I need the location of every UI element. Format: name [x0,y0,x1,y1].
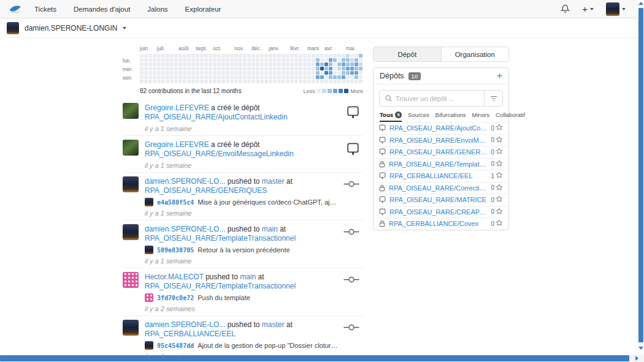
repo-link[interactable]: RPA_OISEAU_RARE/AjoutContactLinkedin [389,124,487,132]
horizontal-scroll-thumb[interactable] [0,355,629,361]
heatmap-cell [200,75,204,79]
feed-repo-link[interactable]: RPA_OISEAU_RARE/AjoutContactLinkedin [145,113,288,121]
nav-item-jalons[interactable]: Jalons [147,6,167,13]
repo-star-button[interactable]: 0 [491,219,503,228]
heatmap-cell [324,75,328,79]
repo-link[interactable]: RPA_OISEAU_RARE/CREAPAGECATALOGUE [389,208,487,216]
repo-link[interactable]: RPA_CERBALLIANCE/EEL [389,172,487,179]
feed-branch-link[interactable]: main [262,225,278,233]
filter-funnel-icon[interactable] [484,91,502,106]
repo-link[interactable]: RPA_OISEAU_RARE/EnvoiMessageLinkedin [389,137,487,144]
repo-star-button[interactable]: 0 [491,184,503,192]
heatmap-cell [170,62,174,66]
heatmap-month-label: sept. [196,45,207,51]
context-switcher[interactable]: damien.SPERONE-LONGIN [0,18,644,38]
repo-search-input[interactable] [394,94,484,103]
repo-link[interactable]: RPA_OISEAU_RARE/TemplateTransactionnel [389,160,487,168]
commit-hash-link[interactable]: 509e830705 [157,247,194,254]
repo-star-button[interactable]: 0 [491,208,503,216]
star-icon [496,184,503,192]
heatmap-cell [294,67,298,70]
vertical-scroll-thumb[interactable] [638,8,643,342]
vertical-scrollbar[interactable] [638,0,644,355]
heatmap-cell [307,58,311,62]
heatmap-cell [350,58,354,62]
feed-timestamp: il y a 1 semaine [145,125,339,132]
heatmap-cell [355,62,358,66]
commit-hash-link[interactable]: e4a580f5c4 [157,199,194,206]
horizontal-scrollbar[interactable] [0,355,644,362]
heatmap-month-label: févr. [290,45,300,51]
repo-star-button[interactable]: 0 [491,148,503,156]
feed-user-link[interactable]: damien.SPERONE-LO... [145,225,225,233]
nav-item-explorateur[interactable]: Explorateur [185,6,221,13]
feed-item-body: damien.SPERONE-LO... pushed to master at… [145,176,339,217]
repo-link[interactable]: RPA_OISEAU_RARE/CorrectionEmailChatGPT [389,184,487,192]
heatmap-cell [282,80,285,83]
heatmap-cell [243,54,247,58]
repo-filter-tous[interactable]: Tous9 [380,111,402,122]
notifications-bell-icon[interactable] [561,4,570,13]
heatmap-cell [290,80,294,83]
repo-filter-bifurcations[interactable]: Bifurcations [435,111,466,122]
feed-user-link[interactable]: Gregoire.LEFEVRE [145,104,209,112]
repo-filter-collaboratif[interactable]: Collaboratif [496,111,525,122]
heatmap-cell [342,54,345,58]
scroll-down-icon[interactable] [638,347,643,350]
feed-repo-link[interactable]: RPA_OISEAU_RARE/EnvoiMessageLinkedin [145,149,294,158]
feed-repo-link[interactable]: RPA_CERBALLIANCE/EEL [145,330,236,338]
app-logo-icon[interactable] [9,4,22,14]
heatmap-cell [320,58,324,62]
heatmap-cell [346,75,350,79]
heatmap-cell [294,54,298,58]
feed-repo-link[interactable]: RPA_OISEAU_RARE/TemplateTransactionnel [145,282,296,290]
feed-repo-link[interactable]: RPA_OISEAU_RARE/GENERIQUES [145,186,267,195]
repo-link[interactable]: RPA_OISEAU_RARE/GENERIQUES [389,148,487,156]
repo-row: RPA_OISEAU_RARE/CREAPAGECATALOGUE0 [374,206,508,218]
heatmap-cell [324,62,328,66]
commit-hash-link[interactable]: 3fd70c0e72 [157,295,194,301]
repo-star-button[interactable]: 1 [491,172,503,180]
scroll-right-icon[interactable] [635,356,638,361]
create-new-button[interactable]: + [582,4,594,14]
feed-user-link[interactable]: Hector.MALECOT [145,273,204,281]
add-repo-button[interactable]: + [497,72,502,80]
feed-user-link[interactable]: Gregoire.LEFEVRE [145,140,209,149]
tab-depot[interactable]: Dépôt [374,47,441,61]
contributions-count-text: 82 contributions in the last 12 months [140,88,242,94]
heatmap-cell [217,62,221,66]
feed-branch-link[interactable]: master [262,320,285,329]
feed-user-link[interactable]: damien.SPERONE-LO... [145,320,225,329]
repo-filter-miroirs[interactable]: Miroirs [472,111,490,122]
feed-user-link[interactable]: damien.SPERONE-LO... [145,177,225,186]
repo-star-button[interactable]: 0 [491,195,503,204]
nav-item-tickets[interactable]: Tickets [34,6,56,13]
scroll-up-icon[interactable] [638,2,643,5]
repo-star-count: 0 [491,137,494,143]
feed-item-main: Gregoire.LEFEVRE a créé le dépôt RPA_OIS… [123,140,339,169]
feed-commit-line: 509e830705Retour à la version précédente [145,246,339,254]
feed-branch-link[interactable]: main [240,273,256,281]
repo-star-button[interactable]: 0 [491,160,503,168]
heatmap-cell [312,62,315,66]
repo-link[interactable]: RPA_OISEAU_RARE/MATRICE [389,196,487,203]
tab-organisation[interactable]: Organisation [441,47,509,61]
repo-link[interactable]: RPA_CERBALLIANCE/Covex [389,220,487,227]
commit-message: Ajout de la gestion de pop-up "Dossier c… [197,342,339,349]
repo-star-button[interactable]: 0 [491,136,503,145]
heatmap-cell [153,62,156,66]
commit-hash-link[interactable]: 95c45487dd [157,342,194,349]
heatmap-cell [260,80,264,83]
feed-repo-link[interactable]: RPA_OISEAU_RARE/TemplateTransactionnel [145,234,296,243]
heatmap-cell [209,58,212,62]
heatmap-cell [174,67,178,70]
repo-star-button[interactable]: 0 [491,124,503,132]
heatmap-cell [312,58,315,62]
heatmap-cell [148,58,152,62]
nav-item-demandes-d-ajout[interactable]: Demandes d'ajout [74,6,130,13]
feed-branch-link[interactable]: master [262,177,285,186]
heatmap-cell [277,75,281,79]
user-menu-button[interactable] [606,2,626,16]
heatmap-cell [230,80,234,83]
repo-filter-sources[interactable]: Sources [408,111,429,122]
